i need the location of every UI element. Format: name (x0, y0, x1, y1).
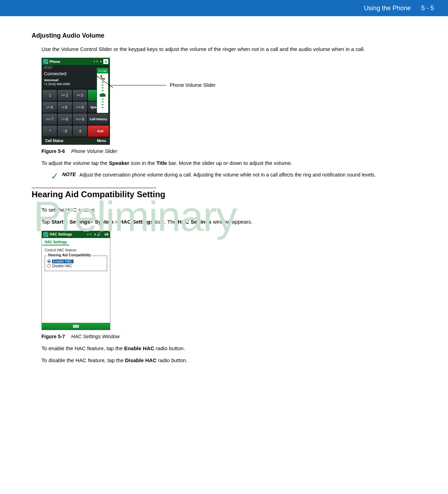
volume-slider-thumb[interactable] (100, 94, 105, 97)
softkey-right[interactable]: Menu (97, 139, 106, 143)
windows-start-icon[interactable] (43, 59, 48, 64)
figure-title: HAC Settings Window (71, 334, 120, 339)
radio-label: Disable HAC (52, 264, 72, 268)
key-3[interactable]: def3 (73, 90, 87, 101)
connected-label: Connected: (44, 71, 67, 76)
phone-title-bar: Phone ⚲ ᯤ ▮ ✕ (42, 58, 110, 65)
key-9[interactable]: wxyz9 (73, 114, 87, 125)
hac-status-icons: ⚲ ᯤ ▮ 🔊 (87, 232, 101, 236)
section-heading-hac: Hearing Aid Compatibility Setting (32, 190, 416, 199)
key-2[interactable]: abc2 (58, 90, 72, 101)
key-7[interactable]: pqrs7 (43, 114, 57, 125)
call-timer: 01 (110, 66, 115, 71)
radio-label: Enable HAC (52, 259, 73, 263)
key-star[interactable]: * (43, 126, 57, 137)
figure-number: Figure 5-6 (41, 148, 65, 154)
key-4[interactable]: ghi4 (43, 102, 57, 113)
intro-paragraph: Use the Volume Control Slider or the key… (41, 46, 416, 53)
header-page-number: 5 - 5 (421, 5, 434, 12)
hac-intro: To set the HAC setting: (41, 206, 416, 213)
figure-number: Figure 5-7 (41, 334, 65, 339)
hac-control-label: Control HAC feature: (45, 248, 107, 252)
subsection-heading-audio: Adjusting Audio Volume (32, 32, 416, 39)
figure-hac-window: HAC Settings ⚲ ᯤ ▮ 🔊 ok HAC Settings Con… (41, 231, 110, 330)
key-6[interactable]: mno6 (73, 102, 87, 113)
windows-start-icon[interactable] (43, 232, 48, 237)
keyboard-icon[interactable] (73, 325, 79, 328)
section-divider (32, 188, 156, 188)
hac-bottom-bar (42, 323, 110, 330)
key-0[interactable]: +0 (58, 126, 72, 137)
enable-instruction: To enable the HAC feature, tap the Enabl… (41, 345, 416, 352)
checkmark-icon: ✓ (51, 172, 59, 181)
softkey-bar: Call Status Menu (42, 137, 110, 145)
page-content: Preliminary Adjusting Audio Volume Use t… (0, 16, 448, 383)
close-icon[interactable]: ✕ (103, 59, 108, 64)
hac-title-bar: HAC Settings ⚲ ᯤ ▮ 🔊 ok (42, 231, 110, 238)
radio-icon (47, 259, 51, 263)
page-header: Using the Phone 5 - 5 (0, 0, 448, 16)
note-text: Adjust the conversation phone volume dur… (79, 172, 416, 181)
hac-tab[interactable]: HAC Settings (43, 239, 69, 245)
ok-button[interactable]: ok (104, 232, 109, 236)
key-hash[interactable]: # (73, 126, 87, 137)
key-8[interactable]: tuv8 (58, 114, 72, 125)
hac-legend: Hearing Aid Compatibility (47, 253, 92, 257)
note-callout: ✓ NOTE Adjust the conversation phone vol… (51, 172, 416, 181)
callout-label: Phone Volume Slider (170, 82, 216, 88)
figure-5-6-caption: Figure 5-6 Phone Volume Slider (41, 148, 416, 154)
key-5[interactable]: jkl5 (58, 102, 72, 113)
key-1[interactable]: 1 (43, 90, 57, 101)
radio-icon (47, 264, 51, 268)
hac-path: Tap Start > Settings> System > HAC Setti… (41, 218, 416, 225)
volume-slider-popup: In Call 📞 (97, 68, 109, 113)
callout-line (110, 85, 166, 85)
hac-panel: Control HAC feature: Hearing Aid Compati… (42, 245, 110, 323)
radio-enable-hac[interactable]: Enable HAC (47, 259, 105, 263)
phone-title: Phone (50, 60, 92, 64)
softkey-left[interactable]: Call Status (45, 139, 64, 143)
figure-phone-volume: Phone ⚲ ᯤ ▮ ✕ AT&T Connected: Voicemail … (41, 58, 416, 145)
note-label: NOTE (62, 172, 76, 181)
disable-instruction: To disable the HAC feature, tap the Disa… (41, 357, 416, 364)
call-history-button[interactable]: Call History (88, 114, 109, 125)
radio-disable-hac[interactable]: Disable HAC (47, 264, 105, 268)
hac-window-title: HAC Settings (50, 232, 72, 236)
hac-fieldset: Hearing Aid Compatibility Enable HAC Dis… (45, 256, 107, 271)
slider-header: In Call (97, 68, 108, 73)
figure-title: Phone Volume Slider (71, 148, 117, 154)
header-title: Using the Phone (364, 5, 411, 12)
figure-5-7-caption: Figure 5-7 HAC Settings Window (41, 334, 416, 339)
end-call-button[interactable]: 📞 End (88, 126, 109, 137)
volume-slider-track[interactable] (102, 82, 104, 110)
adjust-instruction: To adjust the volume tap the Speaker ico… (41, 160, 416, 167)
status-icons: ⚲ ᯤ ▮ (93, 60, 102, 63)
